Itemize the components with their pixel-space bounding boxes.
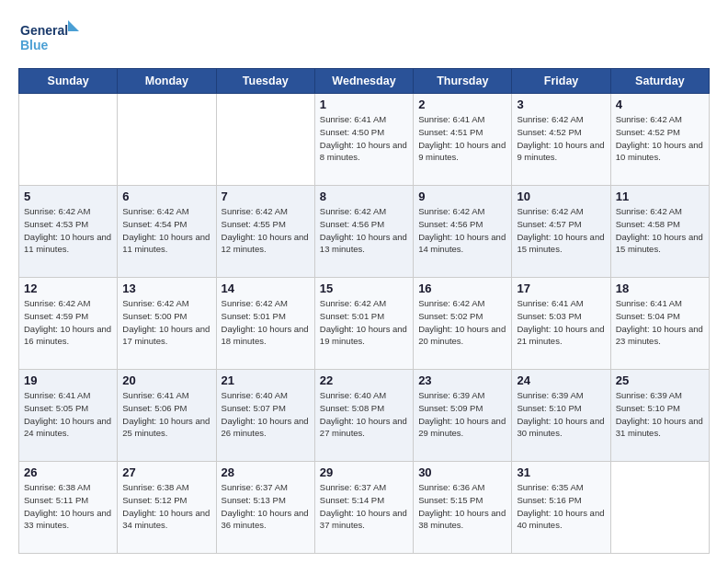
day-info: Sunrise: 6:42 AM Sunset: 4:52 PM Dayligh… — [517, 113, 605, 164]
day-number: 9 — [418, 190, 506, 203]
calendar-cell: 13Sunrise: 6:42 AM Sunset: 5:00 PM Dayli… — [118, 278, 216, 370]
calendar-cell: 25Sunrise: 6:39 AM Sunset: 5:10 PM Dayli… — [610, 370, 709, 462]
day-number: 2 — [418, 98, 506, 111]
day-info: Sunrise: 6:42 AM Sunset: 4:56 PM Dayligh… — [320, 205, 408, 256]
day-number: 1 — [320, 98, 408, 111]
day-info: Sunrise: 6:42 AM Sunset: 4:59 PM Dayligh… — [24, 297, 112, 348]
day-number: 28 — [222, 465, 310, 479]
weekday-header-thursday: Thursday — [414, 69, 512, 94]
day-number: 16 — [418, 282, 506, 295]
day-info: Sunrise: 6:41 AM Sunset: 5:03 PM Dayligh… — [517, 297, 605, 348]
day-number: 18 — [616, 282, 704, 295]
day-number: 11 — [616, 190, 704, 203]
calendar-cell: 9Sunrise: 6:42 AM Sunset: 4:56 PM Daylig… — [414, 186, 512, 278]
svg-text:General: General — [20, 23, 68, 38]
calendar-cell: 17Sunrise: 6:41 AM Sunset: 5:03 PM Dayli… — [512, 278, 610, 370]
logo: General Blue — [18, 15, 83, 59]
calendar-cell: 30Sunrise: 6:36 AM Sunset: 5:15 PM Dayli… — [414, 462, 512, 554]
svg-text:Blue: Blue — [20, 38, 49, 52]
day-number: 25 — [616, 373, 704, 387]
weekday-header-tuesday: Tuesday — [216, 69, 314, 94]
day-number: 7 — [222, 190, 310, 203]
day-number: 6 — [122, 190, 210, 203]
day-info: Sunrise: 6:42 AM Sunset: 5:02 PM Dayligh… — [418, 297, 506, 348]
calendar-week-row: 19Sunrise: 6:41 AM Sunset: 5:05 PM Dayli… — [19, 370, 710, 462]
day-number: 27 — [122, 465, 210, 479]
day-info: Sunrise: 6:42 AM Sunset: 4:56 PM Dayligh… — [418, 205, 506, 256]
calendar-cell: 4Sunrise: 6:42 AM Sunset: 4:52 PM Daylig… — [610, 94, 709, 186]
day-number: 31 — [517, 465, 605, 479]
calendar-cell: 31Sunrise: 6:35 AM Sunset: 5:16 PM Dayli… — [512, 462, 610, 554]
day-number: 8 — [320, 190, 408, 203]
day-number: 21 — [222, 373, 310, 387]
calendar-cell: 23Sunrise: 6:39 AM Sunset: 5:09 PM Dayli… — [414, 370, 512, 462]
day-info: Sunrise: 6:41 AM Sunset: 5:05 PM Dayligh… — [24, 389, 112, 440]
day-info: Sunrise: 6:39 AM Sunset: 5:10 PM Dayligh… — [616, 389, 704, 440]
day-number: 23 — [418, 373, 506, 387]
day-info: Sunrise: 6:42 AM Sunset: 4:58 PM Dayligh… — [616, 205, 704, 256]
day-info: Sunrise: 6:42 AM Sunset: 4:54 PM Dayligh… — [122, 205, 210, 256]
calendar-cell: 2Sunrise: 6:41 AM Sunset: 4:51 PM Daylig… — [414, 94, 512, 186]
calendar-cell: 19Sunrise: 6:41 AM Sunset: 5:05 PM Dayli… — [19, 370, 118, 462]
day-info: Sunrise: 6:41 AM Sunset: 5:04 PM Dayligh… — [616, 297, 704, 348]
day-info: Sunrise: 6:37 AM Sunset: 5:13 PM Dayligh… — [222, 481, 310, 532]
day-number: 29 — [320, 465, 408, 479]
day-info: Sunrise: 6:42 AM Sunset: 5:01 PM Dayligh… — [222, 297, 310, 348]
calendar-cell: 8Sunrise: 6:42 AM Sunset: 4:56 PM Daylig… — [314, 186, 413, 278]
day-number: 30 — [418, 465, 506, 479]
day-number: 4 — [616, 98, 704, 111]
day-info: Sunrise: 6:40 AM Sunset: 5:07 PM Dayligh… — [222, 389, 310, 440]
calendar-cell: 21Sunrise: 6:40 AM Sunset: 5:07 PM Dayli… — [216, 370, 314, 462]
day-info: Sunrise: 6:39 AM Sunset: 5:10 PM Dayligh… — [517, 389, 605, 440]
weekday-header-row: SundayMondayTuesdayWednesdayThursdayFrid… — [19, 69, 710, 94]
calendar-cell: 1Sunrise: 6:41 AM Sunset: 4:50 PM Daylig… — [314, 94, 413, 186]
calendar-cell: 7Sunrise: 6:42 AM Sunset: 4:55 PM Daylig… — [216, 186, 314, 278]
calendar-cell: 12Sunrise: 6:42 AM Sunset: 4:59 PM Dayli… — [19, 278, 118, 370]
logo-svg: General Blue — [18, 15, 83, 59]
day-info: Sunrise: 6:42 AM Sunset: 4:57 PM Dayligh… — [517, 205, 605, 256]
day-info: Sunrise: 6:42 AM Sunset: 4:55 PM Dayligh… — [222, 205, 310, 256]
day-number: 20 — [122, 373, 210, 387]
calendar-table: SundayMondayTuesdayWednesdayThursdayFrid… — [18, 68, 710, 554]
day-info: Sunrise: 6:41 AM Sunset: 4:50 PM Dayligh… — [320, 113, 408, 164]
day-info: Sunrise: 6:42 AM Sunset: 5:01 PM Dayligh… — [320, 297, 408, 348]
day-number: 14 — [222, 282, 310, 295]
day-number: 19 — [24, 373, 112, 387]
calendar-cell: 10Sunrise: 6:42 AM Sunset: 4:57 PM Dayli… — [512, 186, 610, 278]
day-info: Sunrise: 6:41 AM Sunset: 5:06 PM Dayligh… — [122, 389, 210, 440]
calendar-cell: 3Sunrise: 6:42 AM Sunset: 4:52 PM Daylig… — [512, 94, 610, 186]
day-number: 12 — [24, 282, 112, 295]
calendar-cell — [216, 94, 314, 186]
day-number: 26 — [24, 465, 112, 479]
header: General Blue — [18, 15, 710, 59]
calendar-week-row: 26Sunrise: 6:38 AM Sunset: 5:11 PM Dayli… — [19, 462, 710, 554]
weekday-header-wednesday: Wednesday — [314, 69, 413, 94]
day-number: 22 — [320, 373, 408, 387]
day-info: Sunrise: 6:38 AM Sunset: 5:11 PM Dayligh… — [24, 481, 112, 532]
day-number: 15 — [320, 282, 408, 295]
calendar-cell — [118, 94, 216, 186]
weekday-header-friday: Friday — [512, 69, 610, 94]
day-info: Sunrise: 6:39 AM Sunset: 5:09 PM Dayligh… — [418, 389, 506, 440]
calendar-cell: 29Sunrise: 6:37 AM Sunset: 5:14 PM Dayli… — [314, 462, 413, 554]
calendar-week-row: 1Sunrise: 6:41 AM Sunset: 4:50 PM Daylig… — [19, 94, 710, 186]
calendar-cell: 22Sunrise: 6:40 AM Sunset: 5:08 PM Dayli… — [314, 370, 413, 462]
day-info: Sunrise: 6:42 AM Sunset: 4:52 PM Dayligh… — [616, 113, 704, 164]
calendar-cell — [19, 94, 118, 186]
calendar-cell: 28Sunrise: 6:37 AM Sunset: 5:13 PM Dayli… — [216, 462, 314, 554]
day-info: Sunrise: 6:36 AM Sunset: 5:15 PM Dayligh… — [418, 481, 506, 532]
calendar-cell: 26Sunrise: 6:38 AM Sunset: 5:11 PM Dayli… — [19, 462, 118, 554]
svg-marker-1 — [68, 20, 79, 31]
calendar-cell: 11Sunrise: 6:42 AM Sunset: 4:58 PM Dayli… — [610, 186, 709, 278]
calendar-cell: 15Sunrise: 6:42 AM Sunset: 5:01 PM Dayli… — [314, 278, 413, 370]
calendar-cell: 5Sunrise: 6:42 AM Sunset: 4:53 PM Daylig… — [19, 186, 118, 278]
calendar-cell: 16Sunrise: 6:42 AM Sunset: 5:02 PM Dayli… — [414, 278, 512, 370]
calendar-cell: 27Sunrise: 6:38 AM Sunset: 5:12 PM Dayli… — [118, 462, 216, 554]
day-number: 5 — [24, 190, 112, 203]
day-number: 3 — [517, 98, 605, 111]
day-number: 10 — [517, 190, 605, 203]
day-number: 24 — [517, 373, 605, 387]
calendar-cell: 20Sunrise: 6:41 AM Sunset: 5:06 PM Dayli… — [118, 370, 216, 462]
day-info: Sunrise: 6:42 AM Sunset: 4:53 PM Dayligh… — [24, 205, 112, 256]
weekday-header-monday: Monday — [118, 69, 216, 94]
